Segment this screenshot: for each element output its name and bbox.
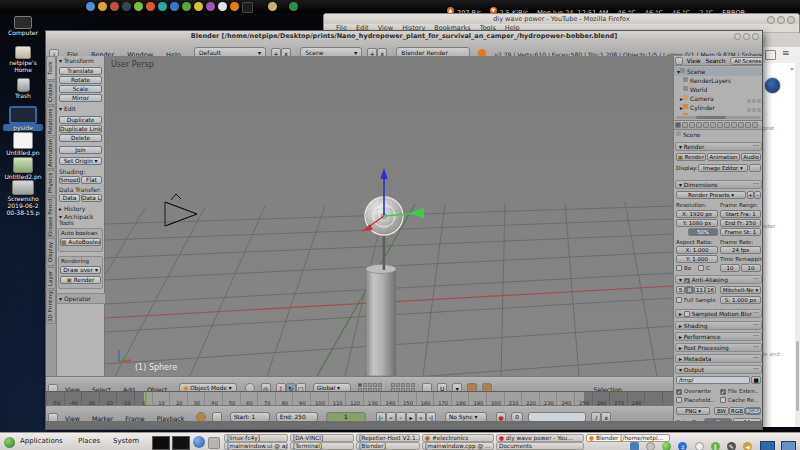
file-format-select[interactable]: PNG ▾ — [676, 407, 710, 415]
overwrite-checkbox[interactable]: ✓Overwrite — [676, 388, 711, 395]
close-icon[interactable] — [787, 16, 795, 24]
tray-app-icon[interactable] — [646, 442, 655, 450]
clock[interactable]: Mon Jun 24, 12:51 AM — [537, 9, 608, 13]
aa-samples-16[interactable]: 16 — [705, 286, 716, 294]
resolution-percentage-slider[interactable]: 50% — [688, 228, 718, 236]
launcher-terminal-icon[interactable] — [152, 436, 170, 450]
dock-app-icon[interactable] — [134, 2, 143, 11]
frame-step-field[interactable]: Frame St: 1 — [720, 228, 761, 236]
timeline-ruler[interactable]: -50-40-30-20-100102030405060708090100110… — [46, 391, 673, 405]
launcher-files-icon[interactable] — [208, 437, 220, 449]
tab-layer[interactable]: Layer — [46, 267, 56, 289]
layer-buttons-right[interactable] — [391, 383, 415, 391]
bluetooth-icon[interactable]: ᴢ — [678, 442, 687, 450]
physics-tab-icon[interactable] — [752, 122, 758, 128]
launcher-screenshot-icon[interactable] — [172, 436, 190, 450]
pause-icon[interactable]: ‖ — [711, 442, 720, 450]
scene-tab-icon[interactable] — [689, 122, 695, 128]
color-mode-bw[interactable]: BW — [714, 407, 729, 415]
outliner-row-camera[interactable]: ▸Camera — [674, 94, 762, 103]
texture-tab-icon[interactable] — [738, 122, 744, 128]
dock-app-icon[interactable] — [230, 2, 239, 11]
layer-buttons-left[interactable] — [358, 383, 382, 391]
firefox-titlebar[interactable]: diy wave power - YouTube - Mozilla Firef… — [324, 14, 799, 24]
prev-keyframe-icon[interactable]: « — [386, 412, 396, 422]
panel-header-shading[interactable]: ▸ Shading — [675, 321, 762, 330]
record-icon[interactable]: ● — [496, 412, 506, 422]
render-tab-icon[interactable] — [675, 122, 681, 128]
outliner-row-partial[interactable]: ▸ — [674, 112, 762, 115]
delete-button[interactable]: Delete — [59, 134, 102, 142]
places-menu[interactable]: Places — [78, 433, 100, 450]
mirror-button[interactable]: Mirror — [59, 94, 102, 102]
world-tab-icon[interactable] — [696, 122, 702, 128]
remap-new-field[interactable]: 10 — [741, 264, 761, 272]
output-path-field[interactable]: /tmp/ — [676, 376, 750, 384]
panel-header-output[interactable]: ▾ Output — [675, 365, 762, 374]
join-button[interactable]: Join — [59, 146, 102, 154]
border-checkbox[interactable]: Bo — [676, 265, 691, 271]
current-frame-field[interactable]: 1 — [326, 412, 366, 422]
scale-button[interactable]: Scale — [59, 85, 102, 93]
tray-network-icon[interactable] — [695, 442, 704, 450]
firefox-page-content[interactable]: » gest tutor te and — [760, 63, 800, 427]
menu-logo-icon[interactable] — [4, 437, 15, 448]
tab-physics[interactable]: Physics — [46, 170, 56, 196]
y-axis-arrowhead[interactable] — [409, 208, 424, 219]
aa-filter-select[interactable]: Mitchell-Ne ▾ — [720, 286, 761, 294]
task-button[interactable]: [DA-VINCI] — [290, 434, 354, 442]
dock-app-icon[interactable] — [242, 2, 253, 13]
display-mode-select[interactable]: Image Editor ▾ — [698, 164, 748, 172]
data-tab-icon[interactable] — [724, 122, 730, 128]
particles-tab-icon[interactable] — [745, 122, 751, 128]
task-button[interactable]: Documents — [496, 442, 584, 450]
shade-smooth-button[interactable]: Smooth — [59, 176, 80, 184]
dock-app-icon[interactable] — [158, 2, 167, 11]
full-sample-checkbox[interactable]: Full Sample — [676, 297, 716, 303]
play-reverse-icon[interactable]: ‹ — [396, 412, 406, 422]
cylinder-object[interactable] — [366, 269, 396, 376]
placeholders-checkbox[interactable]: Placehold.. — [676, 397, 714, 403]
manipulator-translate-icon[interactable]: ↕ — [276, 383, 286, 392]
dock-app-icon[interactable] — [122, 2, 131, 11]
remap-old-field[interactable]: 10 — [720, 264, 740, 272]
task-button[interactable]: [Repetier-Host V2.1... — [356, 434, 420, 442]
timeline-playhead[interactable] — [145, 392, 147, 405]
duplicate-linked-button[interactable]: Duplicate Linked — [59, 125, 102, 133]
mode-select[interactable]: ● Object Mode ▾ — [179, 383, 237, 392]
draw-over-button[interactable]: Draw over ▾ — [60, 266, 101, 274]
panel-header-post-processing[interactable]: ▸ Post Processing — [675, 343, 762, 352]
aa-samples-5[interactable]: 5 — [676, 286, 685, 294]
dock-app-icon[interactable] — [268, 2, 277, 11]
outliner-display-filter[interactable]: All Scenes — [730, 57, 762, 65]
3d-viewport[interactable]: User Persp (1) Sphere — [105, 56, 673, 376]
animation-button[interactable]: Animation — [707, 153, 740, 161]
opengl-render-icon[interactable] — [467, 383, 477, 392]
resolution-x-field[interactable]: X: 1920 px — [676, 210, 718, 218]
aa-samples-11[interactable]: 11 — [694, 286, 705, 294]
rotate-button[interactable]: Rotate — [59, 76, 102, 84]
jump-to-start-icon[interactable]: |‹ — [376, 412, 386, 422]
desktop-icon-selected-file[interactable]: pyside — [3, 106, 43, 131]
outliner-editor-icon[interactable] — [675, 57, 683, 65]
modifiers-tab-icon[interactable] — [717, 122, 723, 128]
material-tab-icon[interactable] — [731, 122, 737, 128]
task-button[interactable]: [Blender] — [356, 442, 420, 450]
desktop-icon-trash[interactable]: Trash — [4, 78, 42, 99]
dock-app-icon[interactable] — [194, 2, 203, 11]
keying-set-count[interactable]: 0 — [511, 412, 523, 422]
tab-3d-printing[interactable]: 3D Printing — [46, 290, 56, 324]
outliner-row-world[interactable]: World — [674, 85, 762, 94]
panel-header-archipack[interactable]: ▾ Archipack Tools — [59, 214, 104, 226]
viewport-shading-icon[interactable] — [245, 383, 255, 392]
color-mode-rgb[interactable]: RGB — [729, 407, 745, 415]
cache-result-checkbox[interactable]: Cache Re.. — [720, 397, 757, 403]
outliner-row-cylinder[interactable]: ▸Cylinder — [674, 103, 762, 112]
delete-keyframe-icon[interactable]: x — [601, 412, 611, 422]
volume-icon[interactable]: ◄ — [743, 442, 752, 450]
task-button[interactable]: ● #electronics — [422, 434, 494, 442]
render-button[interactable]: ▣ Render — [676, 153, 706, 161]
task-button[interactable]: [mainwindow.cpp @ ... — [422, 442, 494, 450]
aspect-x-field[interactable]: X: 1.000 — [676, 246, 718, 254]
outliner-menu-view[interactable]: View — [687, 58, 701, 64]
